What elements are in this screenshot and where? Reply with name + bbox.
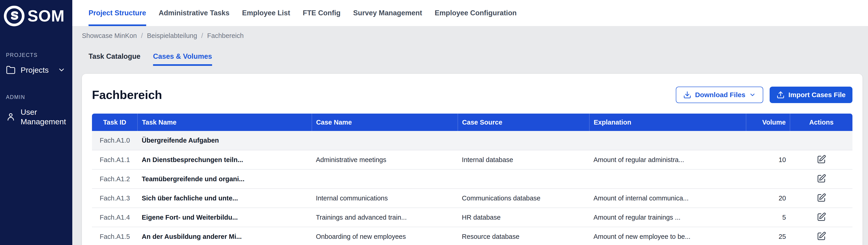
table-header-row: Task ID Task Name Case Name Case Source … [92,114,852,131]
actions-cell [790,208,852,227]
sub-tabs: Task CatalogueCases & Volumes [89,53,868,66]
volume-cell [746,131,790,150]
page-title: Fachbereich [92,88,162,102]
tab-employee-list[interactable]: Employee List [242,0,290,26]
edit-icon [816,193,826,203]
sidebar-section-label-projects: PROJECTS [0,52,72,58]
tab-employee-configuration[interactable]: Employee Configuration [435,0,517,26]
volume-cell: 20 [746,188,790,208]
case-source-cell: HR database [458,208,589,227]
breadcrumb-item-showcase-minkon[interactable]: Showcase MinKon [82,32,137,39]
edit-icon [816,212,826,222]
breadcrumb-separator: / [201,32,203,39]
sidebar-section-label-admin: ADMIN [0,94,72,100]
explanation-cell [589,131,746,150]
sidebar-item-projects[interactable]: Projects [0,60,72,80]
edit-row-button[interactable] [815,192,827,204]
edit-icon [816,154,826,165]
user-icon [6,112,16,121]
subtab-task-catalogue[interactable]: Task Catalogue [89,53,141,66]
col-explanation: Explanation [589,114,746,131]
col-task-id: Task ID [92,114,137,131]
som-logo-icon [4,5,25,27]
task-name-cell: Übergreifende Aufgaben [137,131,312,150]
task-name-cell: Eigene Fort- und Weiterbildu... [137,208,312,227]
case-name-cell: Trainings and advanced train... [312,208,458,227]
edit-icon [816,174,826,184]
volume-cell: 25 [746,227,790,245]
volume-cell: 5 [746,208,790,227]
actions-cell [790,131,852,150]
table-row-fach-a1-3: Fach.A1.3Sich über fachliche und unte...… [92,188,852,208]
breadcrumb: Showcase MinKon/Beispielabteilung/Fachbe… [72,26,868,39]
download-files-label: Download Files [695,91,745,99]
breadcrumb-item-fachbereich[interactable]: Fachbereich [207,32,244,39]
task-id-cell: Fach.A1.3 [92,188,137,208]
chevron-down-icon [58,66,65,74]
top-nav: Project StructureAdministrative TasksEmp… [72,0,868,26]
import-cases-label: Import Cases File [788,91,845,99]
cases-table: Task ID Task Name Case Name Case Source … [92,114,852,245]
sidebar: SOM PROJECTSProjectsADMINUser Management [0,0,72,245]
explanation-cell: Amount of regular trainings ... [589,208,746,227]
case-name-cell [312,131,458,150]
task-id-cell: Fach.A1.5 [92,227,137,245]
actions-cell [790,169,852,188]
card-header: Fachbereich Download Files Import Cases … [92,86,852,103]
header-actions: Download Files Import Cases File [676,86,852,103]
edit-icon [816,231,826,241]
content-card: Fachbereich Download Files Import Cases … [82,74,863,245]
case-source-cell: Resource database [458,227,589,245]
col-case-name: Case Name [312,114,458,131]
col-volume: Volume [746,114,790,131]
breadcrumb-item-beispielabteilung[interactable]: Beispielabteilung [147,32,197,39]
edit-row-button[interactable] [815,211,827,223]
actions-cell [790,188,852,208]
tab-administrative-tasks[interactable]: Administrative Tasks [159,0,230,26]
edit-row-button[interactable] [815,153,827,166]
task-id-cell: Fach.A1.2 [92,169,137,188]
task-name-cell: An der Ausbildung anderer Mi... [137,227,312,245]
case-source-cell [458,131,589,150]
table-row-fach-a1-0: Fach.A1.0Übergreifende Aufgaben [92,131,852,150]
table-row-fach-a1-5: Fach.A1.5An der Ausbildung anderer Mi...… [92,227,852,245]
col-task-name: Task Name [137,114,312,131]
explanation-cell: Amount of internal communica... [589,188,746,208]
edit-row-button[interactable] [815,231,827,242]
volume-cell: 10 [746,150,790,169]
sidebar-item-label: User Management [21,107,62,127]
import-cases-button[interactable]: Import Cases File [770,86,852,103]
case-source-cell: Communications database [458,188,589,208]
folder-icon [6,65,16,75]
case-source-cell: Internal database [458,150,589,169]
case-name-cell: Administrative meetings [312,150,458,169]
main-content: Project StructureAdministrative TasksEmp… [72,0,868,245]
cases-table-wrap: Task ID Task Name Case Name Case Source … [92,114,852,245]
edit-row-button[interactable] [815,173,827,185]
table-row-fach-a1-1: Fach.A1.1An Dienstbesprechungen teiln...… [92,150,852,169]
download-files-button[interactable]: Download Files [676,86,763,103]
tab-project-structure[interactable]: Project Structure [89,0,146,26]
explanation-cell: Amount of new employee to be... [589,227,746,245]
task-id-cell: Fach.A1.0 [92,131,137,150]
explanation-cell [589,169,746,188]
col-actions: Actions [790,114,852,131]
case-name-cell: Internal communications [312,188,458,208]
case-name-cell [312,169,458,188]
volume-cell [746,169,790,188]
chevron-down-icon [749,92,756,98]
table-row-fach-a1-4: Fach.A1.4Eigene Fort- und Weiterbildu...… [92,208,852,227]
task-name-cell: An Dienstbesprechungen teiln... [137,150,312,169]
col-case-source: Case Source [458,114,589,131]
app-logo-text: SOM [27,7,64,25]
tab-survey-management[interactable]: Survey Management [353,0,422,26]
sidebar-nav: PROJECTSProjectsADMINUser Management [0,52,72,132]
subtab-cases-volumes[interactable]: Cases & Volumes [153,53,212,66]
tab-fte-config[interactable]: FTE Config [303,0,340,26]
sidebar-item-label: Projects [21,65,49,75]
task-id-cell: Fach.A1.4 [92,208,137,227]
app-logo[interactable]: SOM [0,0,72,27]
sidebar-item-user-management[interactable]: User Management [0,102,72,132]
actions-cell [790,227,852,245]
task-name-cell: Teamübergreifende und organi... [137,169,312,188]
